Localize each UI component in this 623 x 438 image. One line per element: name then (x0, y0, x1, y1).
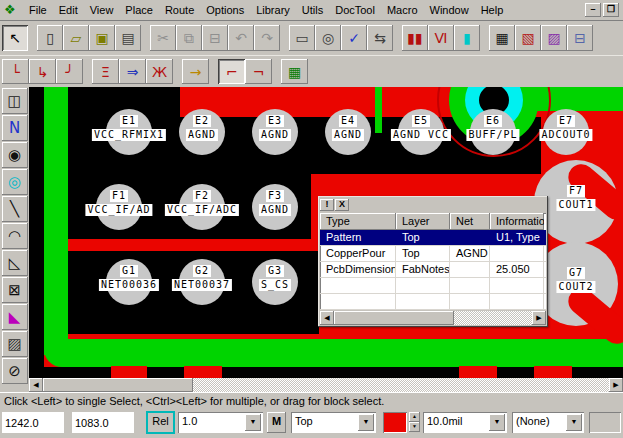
layer-spin-down[interactable]: ▼ (409, 422, 420, 432)
grid-dropdown-arrow[interactable]: ▼ (245, 414, 261, 431)
table-cell (396, 294, 450, 309)
drc-check[interactable]: ✓ (341, 25, 367, 51)
zoom-window[interactable]: ◎ (315, 25, 341, 51)
route-bus[interactable]: ⇒ (119, 59, 146, 84)
x-coordinate-input[interactable] (2, 412, 64, 433)
route-interactive[interactable]: ↳ (29, 59, 56, 84)
highlight-vias-icon: Ⅵ (435, 31, 448, 45)
highlight-area-icon: ▮ (463, 31, 471, 45)
column-header-layer[interactable]: Layer (396, 213, 450, 230)
place-cutout[interactable]: ⊘ (2, 358, 28, 384)
place-arc-icon: ◠ (8, 229, 21, 244)
route-arc[interactable]: ¬ (245, 59, 272, 84)
pad-designator-F3: F3 (266, 190, 284, 202)
table-cell (490, 294, 544, 309)
pad-net-F3: AGND (259, 204, 291, 216)
panel-pin-button[interactable]: ! (320, 199, 334, 211)
table-row[interactable]: CopperPourTopAGND (320, 246, 546, 262)
table-row[interactable]: PcbDimensionFabNotes25.050 (320, 262, 546, 278)
menu-library[interactable]: Library (250, 2, 296, 18)
canvas-scroll-left[interactable]: ◀ (29, 378, 43, 392)
place-copper-pour[interactable]: ◣ (2, 304, 28, 330)
place-line[interactable]: ╲ (2, 196, 28, 222)
spreadsheet[interactable]: ▦ (489, 25, 515, 51)
menu-view[interactable]: View (84, 2, 120, 18)
menu-doctool[interactable]: DocTool (329, 2, 381, 18)
select-tool[interactable]: ↖ (2, 25, 28, 51)
board-view[interactable]: ▦ (281, 59, 308, 84)
canvas-scroll-right[interactable]: ▶ (609, 378, 623, 392)
highlight-area[interactable]: ▮ (454, 25, 480, 51)
menu-file[interactable]: File (23, 2, 53, 18)
column-header-net[interactable]: Net (450, 213, 490, 230)
canvas-scroll-track[interactable] (43, 378, 609, 392)
pattern-manager[interactable]: ▨ (541, 25, 567, 51)
trace-green-e4 (375, 87, 382, 133)
column-header-informatio[interactable]: Informatio (490, 213, 544, 230)
panel-scroll-track[interactable] (334, 311, 532, 325)
menu-edit[interactable]: Edit (53, 2, 84, 18)
component-view[interactable]: ⊟ (567, 25, 593, 51)
place-plane[interactable]: ▨ (2, 331, 28, 357)
menu-place[interactable]: Place (119, 2, 159, 18)
pad-designator-F2: F2 (193, 190, 211, 202)
route-push[interactable]: → (182, 59, 209, 84)
menu-window[interactable]: Window (424, 2, 475, 18)
minimize-button[interactable]: – (585, 3, 601, 17)
place-component[interactable]: ◫ (2, 88, 28, 114)
relative-mode-button[interactable]: Rel (147, 412, 174, 433)
route-multitrace[interactable]: Ж (146, 59, 173, 84)
panel-close-button[interactable]: X (335, 199, 349, 211)
layer-spin-up[interactable]: ▲ (409, 412, 420, 422)
measure[interactable]: ▭ (289, 25, 315, 51)
save[interactable]: ▣ (89, 25, 115, 51)
toolbar-placement: ◫N◉◎╲◠◺⊠◣▨⊘ (0, 87, 29, 392)
column-header-type[interactable]: Type (320, 213, 396, 230)
canvas-scroll-thumb[interactable] (43, 378, 193, 392)
pad-designator-F7: F7 (567, 185, 585, 197)
route-fanout[interactable]: Ξ (92, 59, 119, 84)
menu-options[interactable]: Options (200, 2, 250, 18)
line-width-dropdown-arrow[interactable]: ▼ (489, 414, 505, 431)
table-row[interactable]: PatternTopU1, Type (320, 230, 546, 246)
y-coordinate-input[interactable] (72, 412, 134, 433)
line-width-select[interactable]: 10.0mil ▼ (423, 412, 507, 433)
highlight-vias[interactable]: Ⅵ (428, 25, 454, 51)
route-manual[interactable]: └ (2, 59, 29, 84)
print[interactable]: ▤ (115, 25, 141, 51)
place-via[interactable]: ◎ (2, 169, 28, 195)
selection-mask-dropdown-arrow[interactable]: ▼ (566, 414, 582, 431)
restore-button[interactable]: ❐ (603, 3, 619, 17)
highlight-pads[interactable]: ▮▮ (402, 25, 428, 51)
route-miter[interactable]: ╯ (56, 59, 83, 84)
panel-scroll-thumb[interactable] (334, 311, 454, 325)
eco-record[interactable]: ⇆ (367, 25, 393, 51)
macro-record-button[interactable]: M (267, 412, 286, 433)
menu-macro[interactable]: Macro (381, 2, 424, 18)
pad-designator-E3: E3 (266, 115, 284, 127)
panel-scroll-right[interactable]: ▶ (532, 311, 546, 325)
toolbar-separator (272, 59, 281, 85)
panel-scroll-left[interactable]: ◀ (320, 311, 334, 325)
place-connection[interactable]: N (2, 115, 28, 141)
new-document[interactable]: ▯ (37, 25, 63, 51)
route-trace[interactable]: ⌐ (218, 59, 245, 84)
pad-net-G2: NET00037 (172, 279, 232, 291)
layer-select[interactable]: Top ▼ (291, 412, 376, 433)
menu-utils[interactable]: Utils (296, 2, 329, 18)
place-pad[interactable]: ◉ (2, 142, 28, 168)
layer-dropdown-arrow[interactable]: ▼ (358, 414, 374, 431)
open-folder[interactable]: ▱ (63, 25, 89, 51)
selection-mask-select[interactable]: (None) ▼ (512, 412, 584, 433)
place-arc[interactable]: ◠ (2, 223, 28, 249)
copy-icon: ⧉ (184, 31, 194, 45)
menu-route[interactable]: Route (159, 2, 200, 18)
table-row[interactable] (320, 294, 546, 310)
undo: ↶ (228, 25, 254, 51)
place-polygon[interactable]: ◺ (2, 250, 28, 276)
place-keepout[interactable]: ⊠ (2, 277, 28, 303)
pattern-editor[interactable]: ▧ (515, 25, 541, 51)
menu-help[interactable]: Help (475, 2, 510, 18)
grid-select[interactable]: 1.0 ▼ (178, 412, 263, 433)
table-row[interactable] (320, 278, 546, 294)
